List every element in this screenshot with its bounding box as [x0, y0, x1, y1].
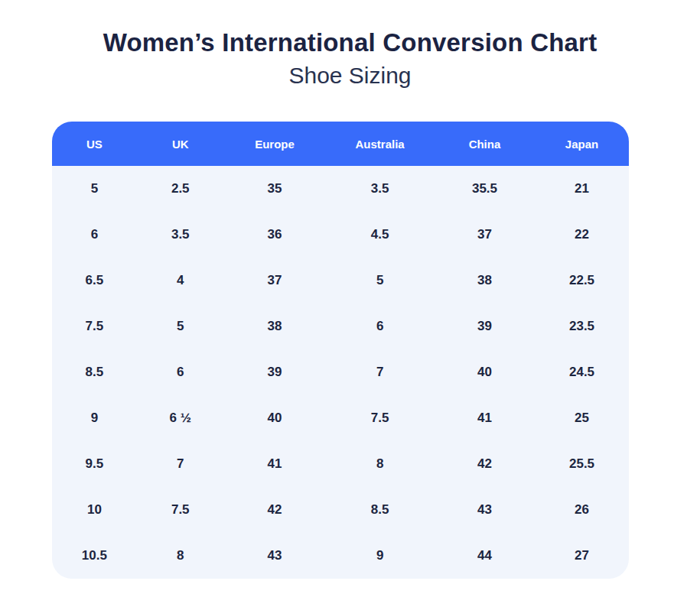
column-header-uk: UK: [137, 122, 224, 166]
table-cell: 4: [137, 258, 224, 303]
table-cell: 35.5: [435, 166, 535, 212]
table-cell: 39: [224, 349, 326, 395]
table-row: 8.563974024.5: [52, 349, 629, 395]
table-cell: 21: [535, 166, 629, 212]
conversion-table-card: US UK Europe Australia China Japan 52.53…: [52, 122, 629, 579]
table-cell: 35: [224, 166, 326, 212]
table-row: 10.584394427: [52, 533, 629, 579]
table-cell: 36: [224, 212, 326, 258]
table-cell: 38: [224, 303, 326, 349]
table-cell: 22.5: [535, 258, 629, 303]
table-cell: 5: [137, 303, 224, 349]
table-cell: 8: [325, 441, 435, 487]
table-cell: 8.5: [52, 349, 137, 395]
table-cell: 3.5: [137, 212, 224, 258]
table-header-row: US UK Europe Australia China Japan: [52, 122, 629, 166]
column-header-us: US: [52, 122, 137, 166]
table-row: 7.553863923.5: [52, 303, 629, 349]
table-cell: 27: [535, 533, 629, 579]
table-cell: 25: [535, 395, 629, 441]
table-cell: 42: [435, 441, 535, 487]
table-cell: 22: [535, 212, 629, 258]
table-row: 6.543753822.5: [52, 258, 629, 303]
page-subtitle: Shoe Sizing: [0, 61, 700, 90]
table-cell: 43: [224, 533, 326, 579]
column-header-australia: Australia: [325, 122, 435, 166]
table-cell: 37: [435, 212, 535, 258]
table-row: 52.5353.535.521: [52, 166, 629, 212]
table-cell: 9: [52, 395, 137, 441]
table-cell: 6: [52, 212, 137, 258]
table-cell: 7.5: [52, 303, 137, 349]
table-cell: 7: [325, 349, 435, 395]
table-cell: 6 ½: [137, 395, 224, 441]
table-cell: 9: [325, 533, 435, 579]
table-body: 52.5353.535.52163.5364.537226.543753822.…: [52, 166, 629, 579]
table-row: 9.574184225.5: [52, 441, 629, 487]
table-row: 96 ½407.54125: [52, 395, 629, 441]
table-cell: 41: [435, 395, 535, 441]
table-cell: 6: [325, 303, 435, 349]
table-cell: 40: [435, 349, 535, 395]
table-cell: 3.5: [325, 166, 435, 212]
table-cell: 23.5: [535, 303, 629, 349]
table-header: US UK Europe Australia China Japan: [52, 122, 629, 166]
table-cell: 40: [224, 395, 326, 441]
table-cell: 7.5: [137, 487, 224, 533]
table-cell: 25.5: [535, 441, 629, 487]
table-cell: 7.5: [325, 395, 435, 441]
table-cell: 41: [224, 441, 326, 487]
table-cell: 5: [52, 166, 137, 212]
table-cell: 6.5: [52, 258, 137, 303]
table-cell: 6: [137, 349, 224, 395]
table-cell: 42: [224, 487, 326, 533]
page-header: Women’s International Conversion Chart S…: [0, 0, 700, 89]
table-cell: 37: [224, 258, 326, 303]
conversion-table: US UK Europe Australia China Japan 52.53…: [52, 122, 629, 579]
table-cell: 8.5: [325, 487, 435, 533]
table-cell: 9.5: [52, 441, 137, 487]
table-cell: 38: [435, 258, 535, 303]
column-header-japan: Japan: [535, 122, 629, 166]
table-cell: 26: [535, 487, 629, 533]
page: { "header": { "title": "Women\u2019s Int…: [0, 0, 700, 594]
table-cell: 2.5: [137, 166, 224, 212]
page-title: Women’s International Conversion Chart: [0, 28, 700, 58]
table-cell: 43: [435, 487, 535, 533]
table-cell: 7: [137, 441, 224, 487]
table-cell: 5: [325, 258, 435, 303]
table-row: 63.5364.53722: [52, 212, 629, 258]
column-header-europe: Europe: [224, 122, 326, 166]
table-cell: 39: [435, 303, 535, 349]
table-cell: 24.5: [535, 349, 629, 395]
table-cell: 44: [435, 533, 535, 579]
table-cell: 8: [137, 533, 224, 579]
table-cell: 4.5: [325, 212, 435, 258]
table-row: 107.5428.54326: [52, 487, 629, 533]
table-cell: 10: [52, 487, 137, 533]
table-cell: 10.5: [52, 533, 137, 579]
column-header-china: China: [435, 122, 535, 166]
